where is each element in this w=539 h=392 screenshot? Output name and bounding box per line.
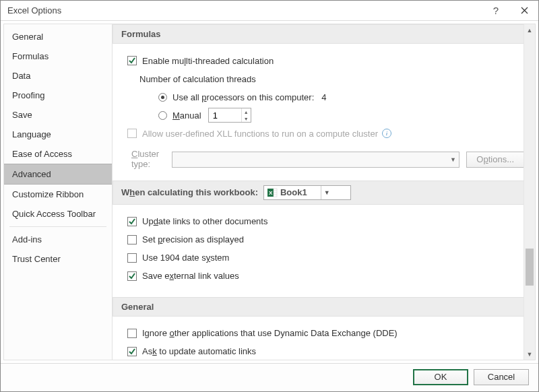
group-header-workbook: When calculating this workbook: X Book1 … bbox=[113, 181, 535, 205]
group-title-general: General bbox=[121, 302, 154, 312]
sidebar-item-data[interactable]: Data bbox=[4, 66, 112, 86]
sidebar-item-quick-access-toolbar[interactable]: Quick Access Toolbar bbox=[4, 204, 112, 224]
checkbox-1904-date-system[interactable]: Use 1904 date system bbox=[127, 253, 229, 263]
checkbox-icon bbox=[127, 329, 137, 338]
checkbox-icon bbox=[127, 253, 137, 263]
radio-manual[interactable]: Manual bbox=[158, 110, 201, 121]
content-panel: Formulas Enable mullti-threaded calculat… bbox=[113, 24, 536, 360]
checkbox-label: Set precision as displayed bbox=[142, 234, 244, 244]
sidebar-item-proofing[interactable]: Proofing bbox=[4, 86, 112, 105]
checkbox-enable-multithreaded[interactable]: Enable mullti-threaded calculation bbox=[127, 56, 274, 66]
sidebar: General Formulas Data Proofing Save Lang… bbox=[3, 24, 113, 360]
scrollbar-thumb[interactable] bbox=[526, 249, 534, 286]
close-button[interactable] bbox=[510, 1, 538, 21]
content-inner: Formulas Enable mullti-threaded calculat… bbox=[113, 24, 535, 360]
radio-icon bbox=[158, 111, 167, 120]
checkbox-icon bbox=[127, 235, 137, 244]
checkbox-set-precision[interactable]: Set precision as displayed bbox=[127, 234, 244, 244]
chevron-down-icon: ▼ bbox=[447, 156, 459, 163]
checkbox-icon bbox=[127, 347, 137, 356]
sidebar-item-trust-center[interactable]: Trust Center bbox=[4, 249, 112, 269]
ok-button[interactable]: OK bbox=[413, 369, 468, 385]
sidebar-item-ease-of-access[interactable]: Ease of Access bbox=[4, 144, 112, 164]
checkbox-allow-xll: Allow user-defined XLL functions to run … bbox=[127, 129, 378, 139]
sidebar-item-formulas[interactable]: Formulas bbox=[4, 46, 112, 66]
cluster-type-row: Cluster type: ▼ Options... bbox=[127, 150, 524, 170]
radio-label: Manual bbox=[172, 110, 201, 121]
sidebar-item-general[interactable]: General bbox=[4, 27, 112, 46]
footer: OK Cancel bbox=[1, 363, 538, 390]
checkbox-label: Enable mullti-threaded calculation bbox=[142, 56, 274, 66]
checkbox-icon bbox=[127, 217, 137, 226]
group-header-general: General bbox=[113, 297, 535, 317]
manual-threads-spinner[interactable]: ▲▼ bbox=[208, 108, 251, 123]
scroll-down-icon[interactable]: ▼ bbox=[524, 348, 535, 360]
info-icon[interactable]: i bbox=[382, 129, 391, 138]
content-wrap: Formulas Enable mullti-threaded calculat… bbox=[113, 21, 538, 363]
workbook-name: Book1 bbox=[280, 187, 321, 197]
cluster-options-button: Options... bbox=[466, 152, 524, 168]
vertical-scrollbar[interactable]: ▲ ▼ bbox=[524, 24, 535, 360]
chevron-down-icon: ▼ bbox=[321, 186, 333, 199]
window-title: Excel Options bbox=[7, 5, 482, 15]
scrollbar-track[interactable] bbox=[524, 36, 535, 348]
radio-use-all-processors[interactable]: Use all processors on this computer: 4 bbox=[158, 92, 326, 102]
main-area: General Formulas Data Proofing Save Lang… bbox=[1, 21, 538, 363]
help-button[interactable]: ? bbox=[482, 1, 510, 21]
scroll-up-icon[interactable]: ▲ bbox=[524, 24, 535, 36]
checkbox-label: Update links to other documents bbox=[142, 216, 267, 226]
checkbox-update-links[interactable]: Update links to other documents bbox=[127, 216, 267, 226]
checkbox-label: Save external link values bbox=[142, 271, 239, 281]
radio-label: Use all processors on this computer: 4 bbox=[172, 92, 326, 102]
group-body-workbook: Update links to other documents Set prec… bbox=[121, 205, 527, 297]
excel-icon: X bbox=[267, 187, 278, 198]
checkbox-label: Use 1904 date system bbox=[142, 253, 229, 263]
sidebar-item-add-ins[interactable]: Add-ins bbox=[4, 230, 112, 249]
manual-threads-input[interactable] bbox=[209, 108, 241, 122]
group-title-workbook: When calculating this workbook: bbox=[121, 187, 258, 197]
sidebar-item-save[interactable]: Save bbox=[4, 105, 112, 125]
checkbox-ask-update-links[interactable]: Ask to update automatic links bbox=[127, 346, 256, 356]
sidebar-separator bbox=[9, 226, 106, 227]
spinner-buttons[interactable]: ▲▼ bbox=[241, 108, 251, 122]
checkbox-icon bbox=[127, 271, 137, 281]
checkbox-label: Ignore other applications that use Dynam… bbox=[142, 328, 398, 338]
group-body-general: Ignore other applications that use Dynam… bbox=[121, 317, 527, 360]
workbook-selector[interactable]: X Book1 ▼ bbox=[263, 185, 351, 200]
checkbox-label: Allow user-defined XLL functions to run … bbox=[142, 129, 378, 139]
cancel-button[interactable]: Cancel bbox=[474, 369, 529, 385]
group-title-formulas: Formulas bbox=[121, 29, 161, 39]
svg-text:X: X bbox=[269, 190, 273, 196]
cluster-type-combo: ▼ bbox=[172, 152, 459, 168]
radio-icon bbox=[158, 93, 167, 102]
group-header-formulas: Formulas bbox=[113, 24, 535, 44]
checkbox-ignore-dde[interactable]: Ignore other applications that use Dynam… bbox=[127, 328, 398, 338]
group-body-formulas: Enable mullti-threaded calculation Numbe… bbox=[121, 44, 527, 181]
sidebar-item-advanced[interactable]: Advanced bbox=[4, 164, 112, 185]
close-icon bbox=[521, 7, 528, 14]
checkbox-icon bbox=[127, 56, 137, 65]
titlebar: Excel Options ? bbox=[1, 1, 538, 21]
threads-label: Number of calculation threads bbox=[139, 74, 256, 84]
sidebar-item-language[interactable]: Language bbox=[4, 125, 112, 144]
checkbox-label: Ask to update automatic links bbox=[142, 346, 256, 356]
sidebar-item-customize-ribbon[interactable]: Customize Ribbon bbox=[4, 185, 112, 204]
checkbox-save-external-links[interactable]: Save external link values bbox=[127, 271, 239, 281]
cluster-type-label: Cluster type: bbox=[131, 150, 165, 170]
checkbox-icon bbox=[127, 129, 137, 138]
